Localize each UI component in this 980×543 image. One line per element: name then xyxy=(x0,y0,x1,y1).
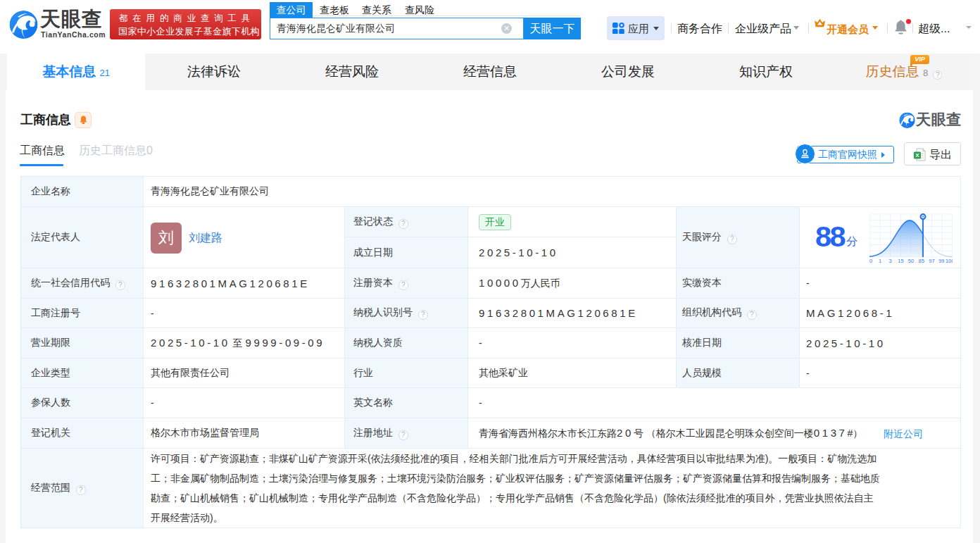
svg-text:97: 97 xyxy=(929,258,934,263)
svg-text:1: 1 xyxy=(879,258,881,263)
svg-text:X: X xyxy=(915,152,919,158)
svg-text:100: 100 xyxy=(946,258,953,263)
svg-text:85: 85 xyxy=(919,258,924,263)
svg-text:15: 15 xyxy=(898,258,903,263)
svg-text:99: 99 xyxy=(938,258,944,263)
svg-text:50: 50 xyxy=(908,258,914,263)
svg-text:0: 0 xyxy=(869,258,872,263)
svg-text:3: 3 xyxy=(889,258,892,263)
